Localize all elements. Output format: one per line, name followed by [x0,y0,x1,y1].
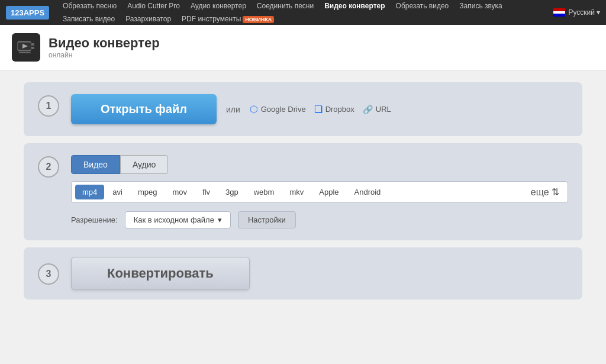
url-label: URL [376,105,391,114]
format-btn-mkv[interactable]: mkv [282,185,311,199]
url-link[interactable]: 🔗 URL [363,105,391,114]
step-1-number: 1 [38,95,59,117]
nav-link-обрезать-песню[interactable]: Обрезать песню [57,0,122,12]
format-more-button[interactable]: еще ⇅ [526,184,564,200]
page-title-block: Видео конвертер онлайн [49,36,160,59]
step-2-card: 2 ВидеоАудио mp4avimpegmovflv3gpwebmmkvA… [24,143,582,240]
format-btn-flv[interactable]: flv [195,185,217,199]
open-file-button[interactable]: Открыть файл [71,94,217,124]
main-content: 1 Открыть файл или ⬡ Google Drive ❑ Drop… [0,70,606,311]
svg-rect-5 [19,52,31,53]
format-btn-mpeg[interactable]: mpeg [131,185,165,199]
google-drive-link[interactable]: ⬡ Google Drive [250,104,306,115]
step-2-number: 2 [38,156,59,178]
nav-link-audio-cutter-pro[interactable]: Audio Cutter Pro [122,0,185,12]
nav-links: Обрезать песнюAudio Cutter ProАудио конв… [57,0,553,25]
resolution-label: Разрешение: [71,215,118,224]
nav-link-видео-конвертер[interactable]: Видео конвертер [319,0,390,12]
google-drive-icon: ⬡ [250,104,258,115]
url-link-icon: 🔗 [363,105,373,114]
top-navigation: 123APPS Обрезать песнюAudio Cutter ProАу… [0,0,606,25]
resolution-dropdown[interactable]: Как в исходном файле ▾ [125,211,231,228]
format-bar: mp4avimpegmovflv3gpwebmmkvAppleAndroidещ… [71,181,568,203]
nav-link-разархиватор[interactable]: Разархиватор [120,12,176,25]
step-1-body: Открыть файл или ⬡ Google Drive ❑ Dropbo… [71,94,568,124]
format-btn-avi[interactable]: avi [105,185,130,199]
google-drive-label: Google Drive [261,105,306,114]
dropbox-link[interactable]: ❑ Dropbox [314,104,354,115]
media-type-tabs: ВидеоАудио [71,155,568,174]
logo[interactable]: 123APPS [6,6,49,20]
cloud-links: ⬡ Google Drive ❑ Dropbox 🔗 URL [250,104,391,115]
resolution-value: Как в исходном файле [134,215,214,224]
tab-аудио[interactable]: Аудио [120,155,169,174]
format-btn-mp4[interactable]: mp4 [75,185,104,199]
language-label: Русский [568,8,595,17]
convert-button[interactable]: Конвертировать [71,257,250,290]
dropbox-icon: ❑ [314,104,323,115]
language-selector[interactable]: Русский ▾ [553,8,600,17]
format-btn-android[interactable]: Android [347,185,388,199]
flag-icon [553,8,565,17]
page-title: Видео конвертер [49,36,160,51]
page-subtitle: онлайн [49,51,160,59]
tab-видео[interactable]: Видео [71,155,120,174]
settings-button[interactable]: Настройки [238,211,296,228]
format-btn-webm[interactable]: webm [247,185,282,199]
svg-rect-3 [31,43,34,46]
format-btn-mov[interactable]: mov [165,185,194,199]
format-btn-3gp[interactable]: 3gp [218,185,246,199]
step-1-card: 1 Открыть файл или ⬡ Google Drive ❑ Drop… [24,82,582,136]
step-2-body: ВидеоАудио mp4avimpegmovflv3gpwebmmkvApp… [71,155,568,228]
app-icon [12,33,40,62]
step-3-number: 3 [38,263,59,285]
page-header: Видео конвертер онлайн [0,25,606,70]
resolution-row: Разрешение: Как в исходном файле ▾ Настр… [71,211,568,228]
dropbox-label: Dropbox [325,105,354,114]
nav-link-соединить-песни[interactable]: Соединить песни [252,0,319,12]
dropdown-arrow-icon: ▾ [218,215,222,224]
format-btn-apple[interactable]: Apple [312,185,346,199]
or-text: или [226,105,240,114]
chevron-down-icon: ▾ [597,8,600,17]
nav-link-запись-звука[interactable]: Запись звука [454,0,508,12]
nav-link-обрезать-видео[interactable]: Обрезать видео [391,0,454,12]
nav-link-записать-видео[interactable]: Записать видео [57,12,120,25]
svg-rect-4 [31,47,34,49]
step-3-card: 3 Конвертировать [24,247,582,299]
nav-badge: НОВИНКА [243,16,274,23]
step1-row: Открыть файл или ⬡ Google Drive ❑ Dropbo… [71,94,568,124]
video-converter-icon [17,38,36,57]
nav-link-pdf-инструменты[interactable]: PDF инструментыНОВИНКА [176,12,279,25]
nav-link-аудио-конвертер[interactable]: Аудио конвертер [185,0,252,12]
